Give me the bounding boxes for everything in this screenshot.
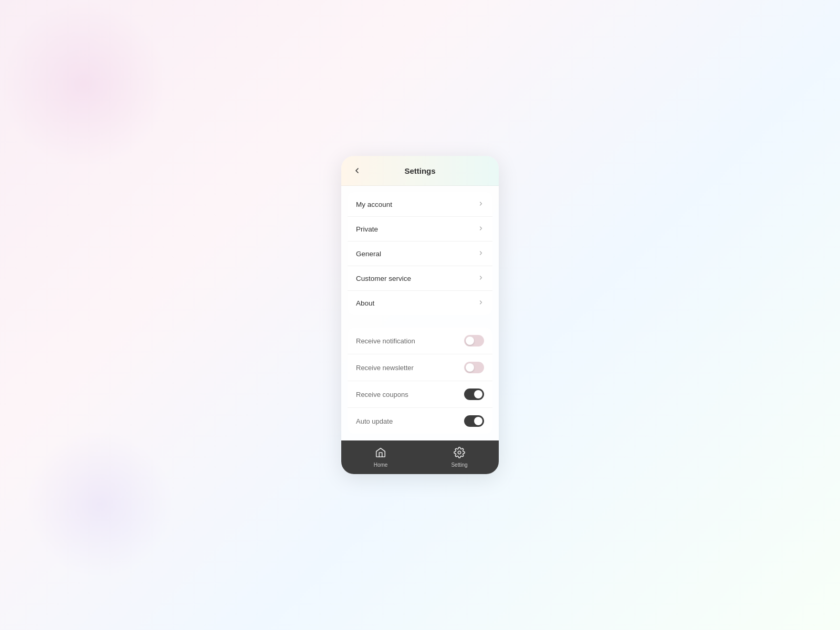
auto-update-toggle[interactable]: [464, 415, 484, 427]
nav-item-setting[interactable]: Setting: [420, 445, 499, 470]
chevron-right-icon: [478, 274, 484, 283]
toggle-item-newsletter: Receive newsletter: [348, 354, 492, 381]
menu-item-label: About: [356, 299, 374, 307]
spacer: [341, 321, 499, 328]
bottom-nav: Home Setting: [341, 440, 499, 474]
notification-toggle[interactable]: [464, 335, 484, 346]
toggle-label: Auto update: [356, 417, 393, 425]
toggle-label: Receive coupons: [356, 391, 408, 398]
nav-home-label: Home: [374, 462, 388, 468]
menu-item-about[interactable]: About: [348, 291, 492, 315]
chevron-right-icon: [478, 224, 484, 234]
newsletter-toggle[interactable]: [464, 362, 484, 373]
gear-icon: [454, 447, 465, 460]
chevron-right-icon: [478, 249, 484, 258]
nav-item-home[interactable]: Home: [341, 445, 420, 470]
menu-item-label: General: [356, 250, 381, 258]
toggle-item-auto-update: Auto update: [348, 408, 492, 434]
back-button[interactable]: [350, 163, 364, 178]
toggle-item-notification: Receive notification: [348, 328, 492, 354]
chevron-right-icon: [478, 200, 484, 209]
toggle-section: Receive notification Receive newsletter …: [348, 328, 492, 434]
menu-item-customer-service[interactable]: Customer service: [348, 266, 492, 291]
toggle-item-coupons: Receive coupons: [348, 381, 492, 408]
page-title: Settings: [404, 166, 435, 175]
coupons-toggle[interactable]: [464, 388, 484, 400]
toggle-label: Receive newsletter: [356, 364, 414, 372]
menu-item-private[interactable]: Private: [348, 217, 492, 242]
home-icon: [375, 447, 386, 460]
spacer: [341, 315, 499, 321]
menu-item-label: My account: [356, 201, 392, 208]
chevron-right-icon: [478, 298, 484, 308]
menu-item-my-account[interactable]: My account: [348, 192, 492, 217]
svg-point-0: [458, 451, 461, 454]
toggle-label: Receive notification: [356, 337, 415, 345]
menu-section: My account Private General Customer serv…: [348, 192, 492, 315]
menu-item-label: Customer service: [356, 275, 411, 282]
menu-item-label: Private: [356, 225, 378, 233]
phone-container: Settings My account Private General Cust…: [341, 156, 499, 474]
header: Settings: [341, 156, 499, 186]
menu-item-general[interactable]: General: [348, 242, 492, 266]
nav-setting-label: Setting: [451, 462, 467, 468]
